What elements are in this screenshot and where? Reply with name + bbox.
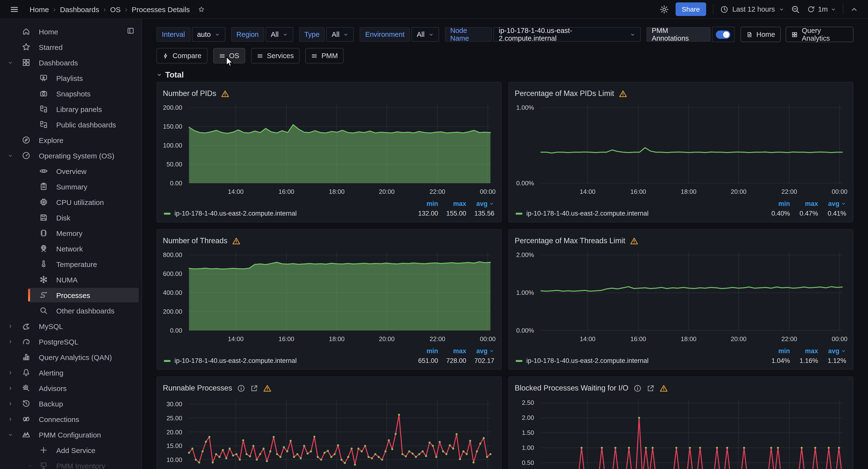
sidebar-item-explore[interactable]: Explore bbox=[0, 132, 142, 148]
time-series-chart[interactable]: 1.00%0.00% 14:0016:0018:0020:0022:0000:0… bbox=[514, 101, 848, 196]
breadcrumb-dashboards[interactable]: Dashboards bbox=[60, 5, 99, 13]
sidebar-item-postgresql[interactable]: PostgreSQL bbox=[0, 334, 142, 349]
breadcrumb-os[interactable]: OS bbox=[110, 5, 121, 13]
chevron-down-icon[interactable] bbox=[8, 153, 13, 158]
chevron-right-icon[interactable] bbox=[8, 416, 13, 422]
panel-header[interactable]: Percentage of Max Threads Limit bbox=[514, 233, 848, 247]
time-series-chart[interactable]: 30.0025.0020.0015.0010.005.00 bbox=[162, 395, 496, 469]
legend-avg-header[interactable]: avg bbox=[466, 347, 494, 355]
chevron-right-icon[interactable] bbox=[8, 370, 13, 375]
panel-header[interactable]: Runnable Processes bbox=[162, 381, 496, 395]
series-name[interactable]: ip-10-178-1-40.us-east-2.compute.interna… bbox=[175, 210, 410, 217]
refresh-picker[interactable]: 1m bbox=[807, 5, 836, 13]
breadcrumb-home[interactable]: Home bbox=[30, 5, 49, 13]
warning-icon[interactable] bbox=[659, 384, 668, 392]
row-total-toggle[interactable]: Total bbox=[157, 70, 854, 80]
legend-min-header[interactable]: min bbox=[410, 200, 438, 207]
chevron-right-icon[interactable] bbox=[8, 339, 13, 344]
region-select[interactable]: All bbox=[266, 27, 293, 42]
legend-min-header[interactable]: min bbox=[410, 347, 438, 355]
sidebar-item-library-panels[interactable]: Library panels bbox=[0, 101, 142, 117]
plot-area[interactable] bbox=[541, 105, 842, 183]
sidebar-item-mysql[interactable]: MySQL bbox=[0, 318, 142, 334]
legend-min-header[interactable]: min bbox=[762, 347, 790, 355]
sidebar-item-advisors[interactable]: Advisors bbox=[0, 380, 142, 396]
dashboard-settings-gear-icon[interactable] bbox=[659, 5, 669, 14]
sidebar-item-public-dashboards[interactable]: Public dashboards bbox=[0, 117, 142, 132]
sidebar-item-overview[interactable]: Overview bbox=[0, 163, 142, 179]
warning-icon[interactable] bbox=[263, 384, 271, 392]
legend-min-header[interactable]: min bbox=[762, 200, 790, 207]
chevron-right-icon[interactable] bbox=[8, 401, 13, 406]
sidebar-item-add-service[interactable]: Add Service bbox=[0, 442, 142, 458]
panel-header[interactable]: Blocked Processes Waiting for I/O bbox=[514, 381, 848, 395]
legend-max-header[interactable]: max bbox=[438, 347, 466, 355]
sidebar-item-disk[interactable]: Disk bbox=[0, 210, 142, 225]
node-name-select[interactable]: ip-10-178-1-40.us-east-2.compute.interna… bbox=[493, 27, 641, 42]
services-link-button[interactable]: Services bbox=[251, 48, 300, 63]
menu-toggle-icon[interactable] bbox=[10, 5, 19, 14]
info-icon[interactable] bbox=[237, 384, 245, 392]
plot-area[interactable] bbox=[541, 399, 842, 469]
sidebar-item-dashboards[interactable]: Dashboards bbox=[0, 55, 142, 70]
legend-max-header[interactable]: max bbox=[438, 200, 466, 207]
plot-area[interactable] bbox=[189, 252, 491, 331]
sidebar-item-connections[interactable]: Connections bbox=[0, 411, 142, 427]
sidebar-item-temperature[interactable]: Temperature bbox=[0, 256, 142, 272]
share-button[interactable]: Share bbox=[675, 2, 706, 16]
os-link-button[interactable]: OS bbox=[213, 48, 245, 63]
sidebar-item-other-dashboards[interactable]: Other dashboards bbox=[0, 303, 142, 318]
chevron-down-icon[interactable] bbox=[8, 60, 13, 65]
sidebar-item-cpu-utilization[interactable]: CPU utilization bbox=[0, 194, 142, 210]
external-link-icon[interactable] bbox=[646, 384, 654, 392]
sidebar-item-memory[interactable]: Memory bbox=[0, 225, 142, 241]
warning-icon[interactable] bbox=[619, 89, 627, 98]
sidebar-item-playlists[interactable]: Playlists bbox=[0, 70, 142, 86]
plot-area[interactable] bbox=[189, 399, 491, 469]
pmm-link-button[interactable]: PMM bbox=[305, 48, 344, 63]
sidebar-item-backup[interactable]: Backup bbox=[0, 396, 142, 411]
warning-icon[interactable] bbox=[630, 237, 638, 245]
interval-select[interactable]: auto bbox=[192, 27, 225, 42]
legend-avg-header[interactable]: avg bbox=[466, 200, 494, 207]
sidebar-item-network[interactable]: Network bbox=[0, 241, 142, 256]
sidebar-item-pmm-inventory[interactable]: PMM Inventory bbox=[0, 458, 142, 469]
time-range-picker[interactable]: Last 12 hours bbox=[720, 5, 784, 13]
warning-icon[interactable] bbox=[232, 237, 241, 245]
time-series-chart[interactable]: 800.00600.00400.00200.000.00 14:0016:001… bbox=[162, 248, 496, 343]
time-series-chart[interactable]: 2.502.001.501.000.50 bbox=[514, 395, 848, 469]
favorite-star-icon[interactable] bbox=[198, 6, 204, 12]
plot-area[interactable] bbox=[189, 105, 491, 183]
series-name[interactable]: ip-10-178-1-40.us-east-2.compute.interna… bbox=[526, 210, 762, 217]
series-name[interactable]: ip-10-178-1-40.us-east-2.compute.interna… bbox=[526, 357, 762, 364]
home-button[interactable]: Home bbox=[740, 27, 781, 42]
zoom-out-icon[interactable] bbox=[791, 5, 800, 14]
legend-avg-header[interactable]: avg bbox=[818, 200, 846, 207]
external-link-icon[interactable] bbox=[250, 384, 258, 392]
collapse-up-icon[interactable] bbox=[850, 5, 858, 13]
legend-max-header[interactable]: max bbox=[790, 347, 818, 355]
type-select[interactable]: All bbox=[327, 27, 354, 42]
sidebar-item-summary[interactable]: Summary bbox=[0, 179, 142, 194]
time-series-chart[interactable]: 2.00%1.00%0.00% 14:0016:0018:0020:0022:0… bbox=[514, 248, 848, 343]
sidebar-item-snapshots[interactable]: Snapshots bbox=[0, 86, 142, 101]
info-icon[interactable] bbox=[633, 384, 642, 392]
panel-header[interactable]: Number of Threads bbox=[162, 233, 496, 247]
compare-link-button[interactable]: Compare bbox=[157, 48, 207, 63]
sidebar-item-numa[interactable]: NUMA bbox=[0, 272, 142, 287]
legend-avg-header[interactable]: avg bbox=[818, 347, 846, 355]
sidebar-item-home[interactable]: Home bbox=[0, 24, 142, 39]
sidebar-item-operating-system-os[interactable]: Operating System (OS) bbox=[0, 148, 142, 163]
sidebar-item-starred[interactable]: Starred bbox=[0, 39, 142, 55]
sidebar-item-processes[interactable]: Processes bbox=[0, 287, 142, 303]
warning-icon[interactable] bbox=[221, 89, 229, 98]
environment-select[interactable]: All bbox=[411, 27, 439, 42]
series-name[interactable]: ip-10-178-1-40.us-east-2.compute.interna… bbox=[175, 357, 410, 364]
sidebar-item-pmm-configuration[interactable]: PMM Configuration bbox=[0, 427, 142, 442]
sidebar-item-query-analytics-qan[interactable]: Query Analytics (QAN) bbox=[0, 349, 142, 365]
legend-max-header[interactable]: max bbox=[790, 200, 818, 207]
time-series-chart[interactable]: 200.00150.00100.0050.000.00 14:0016:0018… bbox=[162, 101, 496, 196]
plot-area[interactable] bbox=[541, 252, 842, 331]
chevron-right-icon[interactable] bbox=[8, 323, 13, 329]
panel-header[interactable]: Number of PIDs bbox=[162, 86, 496, 100]
